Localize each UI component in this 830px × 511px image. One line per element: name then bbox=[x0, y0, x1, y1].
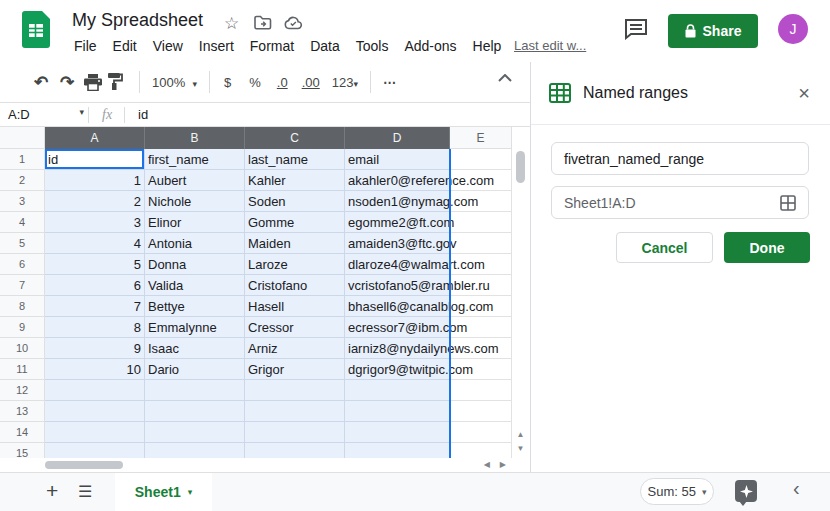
cell-D5[interactable]: amaiden3@ftc.gov bbox=[345, 233, 450, 254]
horizontal-scrollbar[interactable]: ◀ ▶ bbox=[0, 458, 512, 472]
cell-A9[interactable]: 8 bbox=[45, 317, 145, 338]
avatar[interactable]: J bbox=[778, 14, 808, 44]
cell-B6[interactable]: Donna bbox=[145, 254, 245, 275]
cell-B15[interactable] bbox=[145, 443, 245, 458]
undo-icon[interactable]: ↶ bbox=[28, 72, 54, 93]
row-header-7[interactable]: 7 bbox=[0, 275, 45, 296]
cell-C14[interactable] bbox=[245, 422, 345, 443]
print-icon[interactable] bbox=[80, 74, 106, 91]
formula-input[interactable]: id bbox=[138, 107, 148, 122]
row-header-12[interactable]: 12 bbox=[0, 380, 45, 401]
explore-button[interactable] bbox=[735, 480, 757, 502]
scroll-up-icon[interactable]: ▲ bbox=[512, 428, 529, 442]
cell-D8[interactable]: bhasell6@canalblog.com bbox=[345, 296, 450, 317]
cell-D1[interactable]: email bbox=[345, 149, 450, 170]
menu-format[interactable]: Format bbox=[242, 36, 302, 56]
cell-C10[interactable]: Arniz bbox=[245, 338, 345, 359]
horizontal-scrollbar-thumb[interactable] bbox=[45, 461, 123, 469]
cell-C7[interactable]: Cristofano bbox=[245, 275, 345, 296]
column-header-c[interactable]: C bbox=[245, 127, 345, 149]
cell-D2[interactable]: akahler0@reference.com bbox=[345, 170, 450, 191]
row-header-5[interactable]: 5 bbox=[0, 233, 45, 254]
sheets-logo-icon[interactable] bbox=[22, 11, 50, 49]
collapse-panel-icon[interactable]: ‹ bbox=[793, 477, 800, 500]
share-button[interactable]: Share bbox=[668, 14, 758, 48]
row-header-13[interactable]: 13 bbox=[0, 401, 45, 422]
cell-A1[interactable]: id bbox=[45, 149, 145, 170]
cell-E12[interactable] bbox=[450, 380, 512, 401]
cell-A10[interactable]: 9 bbox=[45, 338, 145, 359]
row-header-9[interactable]: 9 bbox=[0, 317, 45, 338]
cell-C6[interactable]: Laroze bbox=[245, 254, 345, 275]
more-formats-button[interactable]: 123▾ bbox=[327, 75, 363, 90]
cell-B5[interactable]: Antonia bbox=[145, 233, 245, 254]
cell-E15[interactable] bbox=[450, 443, 512, 458]
cell-A15[interactable] bbox=[45, 443, 145, 458]
cell-A2[interactable]: 1 bbox=[45, 170, 145, 191]
format-currency-button[interactable]: $ bbox=[219, 75, 236, 90]
decrease-decimals-button[interactable]: .0 bbox=[272, 75, 293, 90]
cell-A12[interactable] bbox=[45, 380, 145, 401]
cell-E1[interactable] bbox=[450, 149, 512, 170]
menu-insert[interactable]: Insert bbox=[191, 36, 242, 56]
cell-A3[interactable]: 2 bbox=[45, 191, 145, 212]
column-header-b[interactable]: B bbox=[145, 127, 245, 149]
spreadsheet-grid[interactable]: ABCDE 1idfirst_namelast_nameemail21Auber… bbox=[0, 127, 512, 458]
hide-menus-icon[interactable] bbox=[498, 74, 512, 82]
cell-D4[interactable]: egomme2@ft.com bbox=[345, 212, 450, 233]
cell-C13[interactable] bbox=[245, 401, 345, 422]
close-icon[interactable]: × bbox=[796, 82, 812, 105]
cell-B11[interactable]: Dario bbox=[145, 359, 245, 380]
row-header-14[interactable]: 14 bbox=[0, 422, 45, 443]
cell-B9[interactable]: Emmalynne bbox=[145, 317, 245, 338]
cell-C4[interactable]: Gomme bbox=[245, 212, 345, 233]
scroll-left-icon[interactable]: ◀ bbox=[484, 458, 490, 472]
menu-file[interactable]: File bbox=[66, 36, 105, 56]
cell-D12[interactable] bbox=[345, 380, 450, 401]
row-header-10[interactable]: 10 bbox=[0, 338, 45, 359]
cancel-button[interactable]: Cancel bbox=[616, 232, 713, 263]
cell-D6[interactable]: dlaroze4@walmart.com bbox=[345, 254, 450, 275]
cell-A5[interactable]: 4 bbox=[45, 233, 145, 254]
menu-add-ons[interactable]: Add-ons bbox=[396, 36, 464, 56]
cell-A11[interactable]: 10 bbox=[45, 359, 145, 380]
cell-D7[interactable]: vcristofano5@rambler.ru bbox=[345, 275, 450, 296]
cell-C2[interactable]: Kahler bbox=[245, 170, 345, 191]
cell-A7[interactable]: 6 bbox=[45, 275, 145, 296]
row-header-8[interactable]: 8 bbox=[0, 296, 45, 317]
column-header-e[interactable]: E bbox=[450, 127, 512, 149]
last-edit-link[interactable]: Last edit w... bbox=[514, 38, 586, 53]
cloud-saved-icon[interactable] bbox=[284, 16, 303, 30]
row-header-15[interactable]: 15 bbox=[0, 443, 45, 458]
cell-D14[interactable] bbox=[345, 422, 450, 443]
row-header-6[interactable]: 6 bbox=[0, 254, 45, 275]
cell-D11[interactable]: dgrigor9@twitpic.com bbox=[345, 359, 450, 380]
cell-C15[interactable] bbox=[245, 443, 345, 458]
cell-B3[interactable]: Nichole bbox=[145, 191, 245, 212]
cell-C9[interactable]: Cressor bbox=[245, 317, 345, 338]
cell-B12[interactable] bbox=[145, 380, 245, 401]
format-percent-button[interactable]: % bbox=[244, 75, 266, 90]
select-data-range-icon[interactable] bbox=[780, 195, 796, 211]
cell-A6[interactable]: 5 bbox=[45, 254, 145, 275]
scroll-down-icon[interactable]: ▼ bbox=[512, 442, 529, 456]
cell-A13[interactable] bbox=[45, 401, 145, 422]
column-header-d[interactable]: D bbox=[345, 127, 450, 149]
cell-D15[interactable] bbox=[345, 443, 450, 458]
cell-B8[interactable]: Bettye bbox=[145, 296, 245, 317]
comment-icon[interactable] bbox=[624, 18, 648, 40]
star-icon[interactable]: ☆ bbox=[224, 13, 239, 34]
more-tools-button[interactable]: ⋯ bbox=[378, 75, 402, 90]
cell-E5[interactable] bbox=[450, 233, 512, 254]
sheet-tab[interactable]: Sheet1 ▾ bbox=[115, 473, 212, 511]
cell-C12[interactable] bbox=[245, 380, 345, 401]
cell-D9[interactable]: ecressor7@ibm.com bbox=[345, 317, 450, 338]
paint-format-icon[interactable] bbox=[106, 73, 132, 91]
row-header-2[interactable]: 2 bbox=[0, 170, 45, 191]
cell-A4[interactable]: 3 bbox=[45, 212, 145, 233]
cell-C3[interactable]: Soden bbox=[245, 191, 345, 212]
redo-icon[interactable]: ↷ bbox=[54, 72, 80, 93]
cell-C5[interactable]: Maiden bbox=[245, 233, 345, 254]
cell-B7[interactable]: Valida bbox=[145, 275, 245, 296]
move-folder-icon[interactable] bbox=[254, 15, 272, 30]
